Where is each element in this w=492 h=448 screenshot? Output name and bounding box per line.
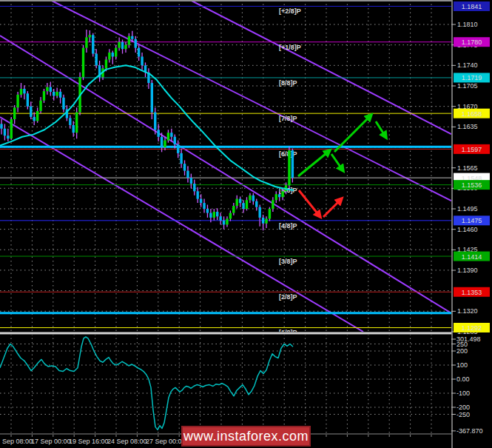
- candle-body: [33, 117, 36, 121]
- indicator-scale-label: -200: [456, 404, 470, 411]
- price-chart-canvas[interactable]: [+2/8]P[+1/8]P[8/8]P[7/8]P[6/8]P[5/8]P[4…: [0, 0, 492, 448]
- candle-body: [75, 113, 78, 133]
- candle-body: [112, 53, 114, 57]
- sell-signal-arrow: [299, 190, 320, 217]
- candle-body: [121, 42, 124, 49]
- ma-line: [0, 65, 294, 190]
- main-plot: [+2/8]P[+1/8]P[8/8]P[7/8]P[6/8]P[5/8]P[4…: [0, 0, 451, 336]
- indicator-scale-label: -367.870: [456, 427, 483, 435]
- time-label: Sep 08:00: [2, 438, 33, 445]
- price-badge-label: 1.1292: [462, 324, 482, 332]
- candle-body: [200, 199, 202, 204]
- candle-body: [39, 101, 41, 111]
- candle-body: [183, 164, 186, 170]
- buy-signal-arrow: [331, 154, 343, 171]
- candle-body: [281, 191, 283, 197]
- candle-body: [118, 42, 120, 48]
- price-badge-label: 1.1841: [462, 3, 482, 10]
- candle-body: [53, 92, 55, 96]
- price-label: 1.1705: [457, 82, 478, 90]
- channel-line: [0, 36, 451, 313]
- candle-body: [249, 195, 251, 200]
- candle-body: [174, 137, 176, 144]
- price-badge-label: 1.1658: [462, 110, 482, 118]
- candle-body: [288, 150, 290, 185]
- candle-body: [190, 178, 192, 184]
- candle-body: [23, 89, 25, 93]
- indicator-scale-label: 100: [456, 361, 468, 369]
- candle-body: [229, 213, 232, 219]
- candle-body: [170, 133, 172, 137]
- candle-body: [135, 39, 137, 48]
- panel-separator: [0, 332, 492, 332]
- candle-body: [272, 200, 274, 209]
- candle-body: [278, 194, 280, 197]
- instaforex-watermark: www.instaforex.com: [181, 426, 311, 447]
- price-label: 1.1635: [457, 123, 478, 130]
- candle-body: [262, 218, 264, 224]
- murrey-label: [2/8]P: [279, 293, 297, 301]
- price-label: 1.1320: [457, 307, 478, 315]
- candle-body: [252, 195, 255, 201]
- candle-body: [193, 184, 195, 191]
- candle-body: [209, 213, 212, 218]
- candle-body: [167, 133, 169, 140]
- candle-body: [85, 37, 87, 47]
- indicator-scale-label: 250: [456, 341, 468, 348]
- indicator-scale-label: -250: [456, 411, 470, 418]
- candle-body: [89, 35, 91, 37]
- candle-body: [20, 89, 22, 95]
- murrey-label: [8/8]P: [279, 79, 297, 87]
- price-badge-label: 1.1780: [462, 39, 482, 46]
- candle-body: [16, 95, 18, 107]
- time-label: 24 Sep 08:00: [107, 438, 147, 445]
- candle-body: [30, 107, 32, 117]
- candle-body: [10, 119, 13, 138]
- murrey-label: [3/8]P: [279, 258, 297, 265]
- time-label: 27 Sep 00:00: [146, 438, 186, 445]
- candle-body: [27, 93, 29, 106]
- watermark-text: www.instaforex.com: [183, 429, 309, 444]
- murrey-label: [4/8]P: [279, 222, 297, 230]
- candle-body: [95, 54, 97, 66]
- candle-body: [180, 153, 182, 164]
- price-badge-label: 1.1536: [462, 181, 482, 189]
- price-badge-label: 1.1719: [462, 74, 482, 81]
- candle-body: [50, 87, 52, 92]
- time-label: 17 Sep 00:00: [31, 438, 71, 445]
- channel-line: [190, 0, 451, 134]
- candle-body: [55, 92, 58, 96]
- time-label: 19 Sep 16:00: [69, 438, 109, 445]
- price-label: 1.1460: [457, 226, 478, 233]
- candle-body: [292, 150, 294, 178]
- candle-body: [115, 48, 117, 57]
- price-label: 1.1810: [457, 21, 478, 28]
- candle-body: [131, 36, 133, 39]
- candle-body: [203, 203, 205, 209]
- murrey-label: [+1/8]P: [279, 44, 301, 51]
- candle-body: [236, 199, 238, 206]
- candle-body: [177, 144, 179, 153]
- murrey-label: [6/8]P: [279, 150, 297, 158]
- candle-body: [151, 83, 153, 113]
- panel-separator: [0, 332, 492, 334]
- candle-body: [265, 218, 267, 223]
- candle-body: [124, 45, 127, 50]
- murrey-label: [+2/8]P: [279, 7, 301, 15]
- price-label: 1.1390: [457, 267, 478, 274]
- price-badge-label: 1.1414: [462, 253, 482, 261]
- candle-body: [62, 98, 64, 110]
- candle-body: [157, 130, 159, 136]
- candle-body: [92, 35, 94, 53]
- candle-body: [216, 212, 218, 216]
- candle-body: [258, 207, 260, 218]
- candle-body: [232, 206, 235, 213]
- candle-body: [154, 113, 156, 130]
- price-label: 1.1565: [457, 164, 478, 172]
- top-border: [0, 0, 492, 1]
- candle-body: [269, 209, 271, 218]
- candle-body: [223, 221, 225, 225]
- indicator-scale-label: 0.00: [456, 375, 470, 383]
- price-label: 1.1495: [457, 205, 478, 213]
- candle-body: [255, 201, 257, 207]
